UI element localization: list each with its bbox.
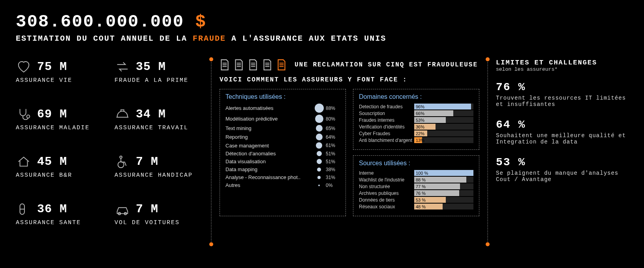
bar-row: Non structurée77 % xyxy=(359,183,473,189)
subheadline: ESTIMATION DU COUT ANNUEL DE LA FRAUDE A… xyxy=(16,34,628,43)
stat-value: 69 M xyxy=(37,108,67,121)
bar-track: 77 % xyxy=(414,183,473,189)
technique-label: Case management xyxy=(225,143,312,149)
stat-card: 7 MASSURANCE HANDICAP xyxy=(115,154,205,197)
bar-value: 22% xyxy=(416,130,424,136)
challenges-title: LIMITES ET CHALLENGES xyxy=(496,59,632,66)
stat-value: 75 M xyxy=(37,60,67,74)
stat-label: ASSURANCE TRAVAIL xyxy=(115,125,205,131)
stat-value: 35 M xyxy=(136,60,166,74)
stat-label: FRAUDE A LA PRIME xyxy=(115,77,205,84)
bubble-icon xyxy=(316,134,323,140)
bar-row: Fraudes internes53% xyxy=(359,117,473,123)
bar-value: 53 % xyxy=(416,197,426,203)
stat-value: 34 M xyxy=(136,108,166,121)
bar-track: 53% xyxy=(414,117,473,123)
document-fraud-icon xyxy=(276,59,287,71)
stat-card: 75 MASSURANCE VIE xyxy=(16,59,107,102)
bubble-icon xyxy=(317,176,321,179)
stat-card: 36 MASSURANCE SANTE xyxy=(16,201,107,245)
technique-row: Détection d'anomalies51% xyxy=(225,151,340,157)
bar-row: Wachlist de l'industrie88 % xyxy=(359,177,473,183)
svg-point-0 xyxy=(27,115,30,118)
vertical-divider xyxy=(205,59,217,245)
pill-icon xyxy=(16,201,32,217)
bar-row: Archives publiques76 % xyxy=(359,190,473,196)
stats-grid: 75 MASSURANCE VIE35 MFRAUDE A LA PRIME69… xyxy=(16,59,205,245)
domaines-title: Domaines concernés : xyxy=(359,93,473,100)
divider-dot-icon xyxy=(486,242,490,246)
bubble-icon xyxy=(317,168,321,172)
document-icon xyxy=(248,59,258,71)
bar-track: 66% xyxy=(414,110,473,116)
bar-label: Données de tiers xyxy=(359,197,414,203)
headline: 308.600.000.000 $ xyxy=(16,12,628,32)
bar-label: Cyber Fraudes xyxy=(359,131,414,136)
subhead-accent: FRAUDE xyxy=(193,34,226,43)
technique-label: Text mining xyxy=(225,125,312,131)
bar-label: Verification d'identités xyxy=(359,124,414,130)
stat-value: 7 M xyxy=(136,155,158,168)
technique-pct: 31% xyxy=(326,175,340,180)
bubble-icon xyxy=(316,125,323,132)
bar-value: 36% xyxy=(416,124,424,130)
technique-pct: 88% xyxy=(326,106,340,111)
technique-row: Data mapping38% xyxy=(225,166,340,172)
bar-track: 13% xyxy=(414,137,473,143)
house-icon xyxy=(16,154,32,170)
center-subtitle: VOICI COMMENT LES ASSUREURS Y FONT FACE … xyxy=(220,76,479,83)
technique-label: Autres xyxy=(225,182,312,188)
challenge-text: Se plaignent du manque d'analyses Cout /… xyxy=(496,170,630,183)
bar-label: Interne xyxy=(359,170,414,176)
headline-currency: $ xyxy=(195,12,206,32)
challenges-subtitle: selon les assureurs* xyxy=(496,66,632,72)
technique-pct: 64% xyxy=(326,134,340,140)
bar-value: 96% xyxy=(416,104,424,109)
bar-value: 53% xyxy=(416,117,424,123)
techniques-title: Techniques utilisées : xyxy=(225,93,340,100)
divider-dot-icon xyxy=(209,242,213,246)
wheelchair-icon xyxy=(115,154,130,170)
technique-row: Alertes automatisées88% xyxy=(225,104,340,113)
bar-value: 48 % xyxy=(416,204,426,209)
technique-pct: 65% xyxy=(326,126,340,131)
heart-icon xyxy=(16,59,32,75)
technique-label: Analyse - Reconnaissance phot.. xyxy=(225,174,312,180)
arrows-icon xyxy=(115,59,130,75)
stat-label: ASSURANCE VIE xyxy=(16,77,107,84)
stat-label: ASSURANCE MALADIE xyxy=(16,125,107,131)
bar-row: Données de tiers53 % xyxy=(359,197,473,203)
bar-value: 76 % xyxy=(416,190,426,196)
stat-value: 7 M xyxy=(136,202,158,216)
bubble-icon xyxy=(317,159,322,164)
bar-track: 48 % xyxy=(414,204,473,209)
steth-icon xyxy=(16,106,32,122)
bar-track: 22% xyxy=(414,130,473,136)
challenge-text: Trouvent les ressources IT limitées et i… xyxy=(496,95,630,108)
bar-row: Anti blanchiment d'argent13% xyxy=(359,137,473,143)
bar-label: Non structurée xyxy=(359,184,414,189)
technique-label: Alertes automatisées xyxy=(225,105,312,111)
techniques-box: Techniques utilisées : Alertes automatis… xyxy=(220,89,346,216)
bar-value: 100 % xyxy=(416,170,428,176)
hardhat-icon xyxy=(115,106,130,122)
technique-label: Reporting xyxy=(225,134,312,140)
svg-point-1 xyxy=(120,156,122,159)
technique-row: Case management61% xyxy=(225,142,340,149)
bar-value: 77 % xyxy=(416,183,426,189)
bar-track: 100 % xyxy=(414,170,473,176)
bar-row: Cyber Fraudes22% xyxy=(359,130,473,136)
bar-label: Wachlist de l'industrie xyxy=(359,177,414,183)
challenge-pct: 64 % xyxy=(496,119,632,131)
bar-track: 96% xyxy=(414,104,473,109)
bar-row: Réseaux sociaux48 % xyxy=(359,204,473,209)
challenge-item: 64 %Souhaitent une meilleure qualité et … xyxy=(496,119,632,145)
technique-label: Modélisation prédictive xyxy=(225,116,312,122)
technique-row: Reporting64% xyxy=(225,134,340,140)
technique-label: Data visualisation xyxy=(225,159,312,164)
challenge-pct: 53 % xyxy=(496,156,632,168)
headline-number: 308.600.000.000 xyxy=(16,12,184,32)
stat-label: ASSURANCE B&R xyxy=(16,172,107,179)
stat-label: ASSURANCE HANDICAP xyxy=(115,172,205,179)
stat-card: 34 MASSURANCE TRAVAIL xyxy=(115,106,205,150)
